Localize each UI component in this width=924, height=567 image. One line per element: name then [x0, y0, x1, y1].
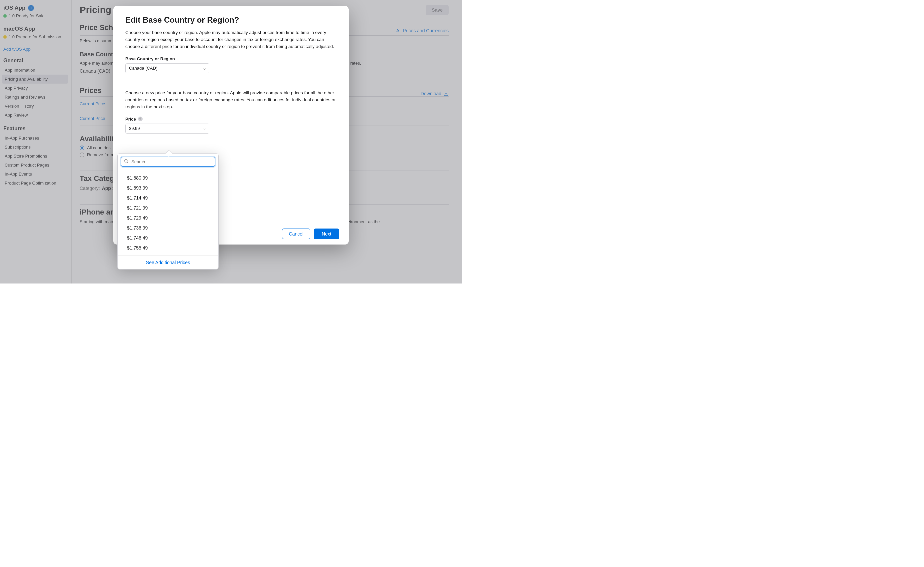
help-icon[interactable]: ? [138, 117, 143, 121]
modal-title: Edit Base Country or Region? [125, 15, 337, 25]
price-option[interactable]: $1,693.99 [118, 183, 218, 193]
price-option[interactable]: $1,721.99 [118, 203, 218, 213]
modal-desc-1: Choose your base country or region. Appl… [125, 29, 337, 50]
price-search-field[interactable] [121, 157, 215, 166]
chevron-down-icon: ⌵ [203, 126, 206, 131]
svg-line-1 [127, 162, 128, 163]
chevron-down-icon: ⌵ [203, 66, 206, 70]
cancel-button[interactable]: Cancel [282, 228, 311, 239]
base-country-value: Canada (CAD) [129, 66, 157, 70]
base-country-label: Base Country or Region [125, 56, 337, 61]
see-additional-prices-link[interactable]: See Additional Prices [146, 260, 190, 265]
price-select[interactable]: $9.99 ⌵ [125, 124, 209, 134]
next-button[interactable]: Next [314, 228, 340, 239]
price-option[interactable]: $1,729.49 [118, 213, 218, 223]
price-option-list: $1,680.99 $1,693.99 $1,714.49 $1,721.99 … [118, 170, 218, 255]
price-search-input[interactable] [131, 159, 212, 164]
price-option[interactable]: $1,746.49 [118, 233, 218, 243]
price-dropdown: $1,680.99 $1,693.99 $1,714.49 $1,721.99 … [117, 153, 219, 270]
price-option[interactable]: $1,736.99 [118, 223, 218, 233]
modal-desc-2: Choose a new price for your base country… [125, 90, 337, 111]
price-value: $9.99 [129, 126, 140, 131]
price-option[interactable]: $1,680.99 [118, 173, 218, 183]
search-icon [124, 159, 129, 165]
price-option[interactable]: $1,755.49 [118, 243, 218, 253]
price-option[interactable]: $1,714.49 [118, 193, 218, 203]
base-country-select[interactable]: Canada (CAD) ⌵ [125, 63, 209, 73]
svg-point-0 [125, 160, 127, 162]
price-label: Price ? [125, 117, 337, 122]
modal-overlay[interactable]: Edit Base Country or Region? Choose your… [0, 0, 462, 284]
